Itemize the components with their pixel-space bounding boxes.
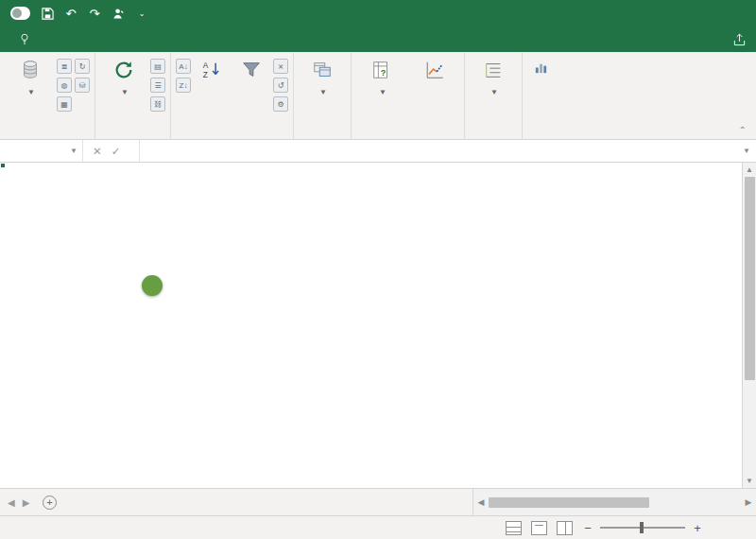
formula-bar-expand-icon[interactable]: ▼ xyxy=(737,140,756,162)
scroll-left-icon[interactable]: ◀ xyxy=(473,497,489,507)
sheet-tab-bar: ◀ ▶ + ◀ ▶ xyxy=(0,488,756,515)
group-queries-connections: ▼ ▤ ☰ ⛓ xyxy=(95,53,171,139)
add-sheet-button[interactable]: + xyxy=(37,489,61,515)
what-if-analysis-button[interactable]: ? ▼ xyxy=(356,55,407,100)
outline-button[interactable]: ▼ xyxy=(470,55,517,100)
zoom-control: − + xyxy=(582,521,703,535)
share-icon[interactable] xyxy=(732,33,747,46)
quick-access-toolbar: ↶ ↷ ⌄ xyxy=(40,6,149,21)
close-icon[interactable] xyxy=(722,0,750,26)
sort-icon: AZ xyxy=(201,58,222,82)
filter-icon xyxy=(241,58,262,82)
refresh-all-button[interactable]: ▼ xyxy=(100,55,147,100)
tell-me-box[interactable] xyxy=(9,26,44,52)
group-label xyxy=(356,134,459,139)
zoom-in-icon[interactable]: + xyxy=(692,521,703,535)
data-analysis-button[interactable] xyxy=(527,57,559,78)
autosave-pill[interactable] xyxy=(10,7,30,20)
user-pen-icon[interactable] xyxy=(111,6,126,21)
group-analysis xyxy=(523,53,664,139)
forecast-sheet-icon xyxy=(424,58,445,82)
group-label-empty xyxy=(299,134,346,139)
save-icon[interactable] xyxy=(40,6,55,21)
svg-text:?: ? xyxy=(381,68,387,78)
normal-view-icon[interactable] xyxy=(506,521,522,535)
forecast-sheet-button[interactable] xyxy=(410,55,459,87)
worksheet-area: ▲ ▼ xyxy=(0,163,756,488)
sort-za-icon[interactable]: Z↓ xyxy=(176,78,191,93)
data-tools-icon xyxy=(312,58,333,82)
refresh-icon xyxy=(113,58,134,82)
name-box[interactable]: ▼ xyxy=(0,140,83,162)
formula-bar: ▼ ✕ ✓ ▼ xyxy=(0,140,756,163)
horizontal-scrollbar[interactable]: ◀ ▶ xyxy=(472,489,756,515)
autosave-toggle[interactable] xyxy=(6,7,30,20)
vertical-scrollbar[interactable]: ▲ ▼ xyxy=(742,163,756,488)
undo-icon[interactable]: ↶ xyxy=(63,6,78,21)
horizontal-scroll-thumb[interactable] xyxy=(489,497,649,508)
recent-sources-icon[interactable]: ↻ xyxy=(75,59,90,74)
dropdown-caret-icon: ▼ xyxy=(27,88,35,96)
name-box-caret-icon[interactable]: ▼ xyxy=(70,147,82,155)
callout-badge xyxy=(142,275,163,296)
dropdown-caret-icon: ▼ xyxy=(319,88,327,96)
toggle-knob-icon xyxy=(12,9,22,18)
title-bar: ↶ ↷ ⌄ xyxy=(0,0,756,26)
dropdown-caret-icon: ▼ xyxy=(379,88,387,96)
clear-filter-icon[interactable]: ⨯ xyxy=(273,59,288,74)
what-if-icon: ? xyxy=(371,58,392,82)
ribbon: ▼ ≣ ◍ ▦ ↻ ⛁ ▼ xyxy=(0,52,756,140)
enter-icon[interactable]: ✓ xyxy=(112,145,121,158)
group-sort-filter: A↓ Z↓ AZ ⨯ ↺ ⚙ xyxy=(171,53,294,139)
advanced-filter-icon[interactable]: ⚙ xyxy=(273,96,288,112)
scroll-up-icon[interactable]: ▲ xyxy=(743,163,756,177)
from-text-csv-icon[interactable]: ≣ xyxy=(57,59,72,74)
formula-input[interactable] xyxy=(140,140,737,162)
group-label xyxy=(100,134,165,139)
group-label-empty xyxy=(470,134,517,139)
vertical-scroll-thumb[interactable] xyxy=(745,177,755,380)
svg-text:Z: Z xyxy=(203,71,208,79)
sort-button[interactable]: AZ xyxy=(194,55,230,87)
reapply-filter-icon[interactable]: ↺ xyxy=(273,78,288,93)
database-icon xyxy=(20,58,41,82)
outline-icon xyxy=(483,58,504,82)
properties-icon[interactable]: ☰ xyxy=(150,78,165,93)
qat-chevron-down-icon[interactable]: ⌄ xyxy=(134,6,149,21)
edit-links-icon[interactable]: ⛓ xyxy=(150,96,165,112)
group-forecast: ? ▼ xyxy=(352,53,465,139)
page-break-view-icon[interactable] xyxy=(557,521,573,535)
svg-text:A: A xyxy=(203,61,209,70)
group-label xyxy=(7,134,90,139)
sheet-nav-right-icon[interactable]: ▶ xyxy=(23,497,30,508)
status-bar: − + xyxy=(0,515,756,539)
group-data-tools: ▼ xyxy=(294,53,352,139)
sheet-grid xyxy=(0,163,742,488)
data-analysis-icon xyxy=(534,61,548,75)
from-web-icon[interactable]: ◍ xyxy=(57,78,72,93)
group-get-transform-data: ▼ ≣ ◍ ▦ ↻ ⛁ xyxy=(2,53,95,139)
existing-connections-icon[interactable]: ⛁ xyxy=(75,78,90,93)
cancel-icon[interactable]: ✕ xyxy=(93,145,102,158)
dropdown-caret-icon: ▼ xyxy=(490,88,498,96)
zoom-slider[interactable] xyxy=(600,527,685,529)
scroll-down-icon[interactable]: ▼ xyxy=(743,474,756,488)
zoom-slider-thumb[interactable] xyxy=(640,522,644,533)
queries-connections-icon[interactable]: ▤ xyxy=(150,59,165,74)
page-layout-view-icon[interactable] xyxy=(531,521,547,535)
get-data-button[interactable]: ▼ xyxy=(7,55,54,100)
from-table-icon[interactable]: ▦ xyxy=(57,96,72,112)
zoom-out-icon[interactable]: − xyxy=(582,521,593,535)
sheet-nav-left-icon[interactable]: ◀ xyxy=(8,497,15,508)
filter-button[interactable] xyxy=(232,55,270,87)
group-outline: ▼ xyxy=(465,53,523,139)
data-tools-button[interactable]: ▼ xyxy=(299,55,346,100)
dropdown-caret-icon: ▼ xyxy=(121,88,129,96)
group-label xyxy=(176,134,288,139)
scroll-right-icon[interactable]: ▶ xyxy=(741,497,756,507)
excel-window: ↶ ↷ ⌄ xyxy=(0,0,756,539)
sort-az-icon[interactable]: A↓ xyxy=(176,59,191,74)
collapse-ribbon-icon[interactable]: ⌃ xyxy=(739,125,747,135)
plus-icon: + xyxy=(43,496,57,510)
redo-icon[interactable]: ↷ xyxy=(87,6,102,21)
